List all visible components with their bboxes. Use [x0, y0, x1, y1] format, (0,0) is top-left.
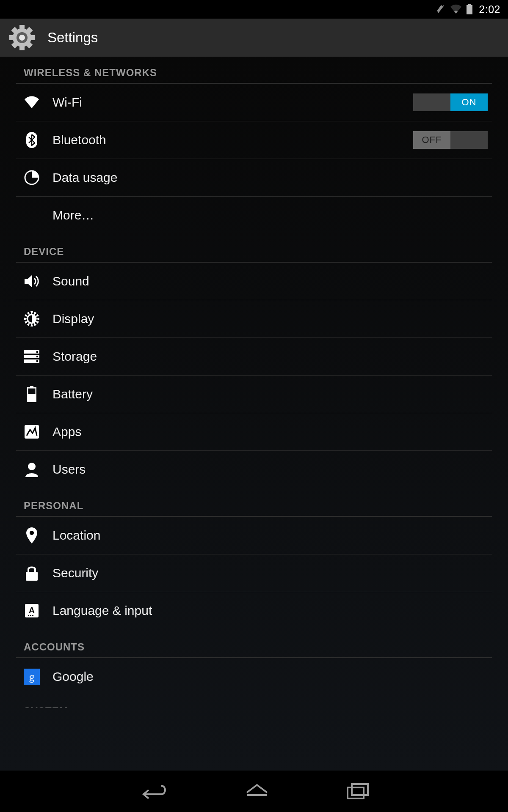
app-title: Settings: [47, 30, 98, 46]
display-row[interactable]: Display: [16, 300, 492, 337]
svg-rect-46: [32, 615, 33, 616]
vibrate-icon: [436, 4, 446, 14]
users-row[interactable]: Users: [16, 451, 492, 488]
users-icon: [23, 461, 41, 478]
apps-row[interactable]: Apps: [16, 413, 492, 450]
svg-rect-51: [352, 784, 368, 795]
svg-rect-1: [468, 4, 471, 5]
action-bar: Settings: [0, 19, 508, 57]
wifi-icon: [23, 93, 41, 111]
svg-rect-2: [467, 5, 472, 14]
bluetooth-toggle-label: OFF: [413, 131, 450, 149]
svg-rect-32: [36, 356, 38, 357]
section-header-personal: PERSONAL: [16, 488, 492, 516]
gear-icon: [8, 23, 36, 52]
bluetooth-icon: [23, 131, 41, 149]
users-label: Users: [52, 462, 492, 477]
battery-label: Battery: [52, 387, 492, 401]
svg-rect-45: [30, 615, 31, 616]
apps-icon: [23, 423, 41, 441]
more-row[interactable]: More…: [16, 197, 492, 234]
wifi-status-icon: [450, 4, 462, 14]
wifi-label: Wi-Fi: [52, 95, 413, 110]
section-header-system: SYSTEM: [16, 695, 492, 708]
wifi-toggle[interactable]: ON: [413, 93, 488, 111]
svg-point-39: [28, 463, 36, 470]
language-icon: A: [23, 602, 41, 620]
bluetooth-row[interactable]: Bluetooth OFF: [16, 121, 492, 159]
language-label: Language & input: [52, 604, 492, 618]
storage-icon: [23, 348, 41, 365]
svg-rect-50: [348, 787, 364, 798]
status-bar: 2:02: [0, 0, 508, 19]
data-usage-icon: [23, 169, 41, 187]
sound-icon: [23, 272, 41, 290]
wifi-row[interactable]: Wi-Fi ON: [16, 84, 492, 121]
battery-status-icon: [466, 4, 473, 15]
back-button[interactable]: [138, 782, 168, 800]
svg-rect-30: [36, 351, 38, 353]
settings-list: WIRELESS & NETWORKS Wi-Fi ON Bluetooth O…: [0, 57, 508, 771]
data-usage-row[interactable]: Data usage: [16, 159, 492, 196]
more-label: More…: [52, 208, 492, 222]
security-label: Security: [52, 566, 492, 580]
google-icon: g: [23, 668, 41, 686]
home-button[interactable]: [244, 782, 270, 800]
section-header-device: DEVICE: [16, 234, 492, 262]
more-blank-icon: [23, 206, 41, 224]
google-row[interactable]: g Google: [16, 658, 492, 695]
storage-row[interactable]: Storage: [16, 338, 492, 375]
svg-text:g: g: [29, 671, 35, 683]
svg-rect-37: [28, 394, 36, 402]
section-header-wireless: WIRELESS & NETWORKS: [16, 57, 492, 83]
svg-rect-44: [28, 615, 29, 616]
lock-icon: [23, 564, 41, 582]
svg-text:A: A: [29, 606, 35, 615]
svg-point-40: [30, 531, 34, 535]
location-row[interactable]: Location: [16, 517, 492, 554]
storage-label: Storage: [52, 349, 492, 364]
svg-rect-34: [36, 360, 38, 362]
svg-rect-41: [26, 572, 38, 581]
section-header-accounts: ACCOUNTS: [16, 629, 492, 657]
bluetooth-label: Bluetooth: [52, 133, 413, 147]
recents-button[interactable]: [346, 782, 370, 800]
wifi-toggle-label: ON: [450, 93, 488, 111]
security-row[interactable]: Security: [16, 554, 492, 592]
battery-row[interactable]: Battery: [16, 376, 492, 413]
language-row[interactable]: A Language & input: [16, 592, 492, 629]
svg-point-13: [19, 35, 25, 41]
location-icon: [23, 527, 41, 544]
battery-icon: [23, 385, 41, 403]
sound-row[interactable]: Sound: [16, 263, 492, 300]
google-label: Google: [52, 669, 492, 684]
display-label: Display: [52, 312, 492, 326]
bluetooth-toggle[interactable]: OFF: [413, 131, 488, 149]
apps-label: Apps: [52, 425, 492, 439]
data-usage-label: Data usage: [52, 170, 492, 185]
location-label: Location: [52, 528, 492, 543]
navigation-bar: [0, 771, 508, 812]
sound-label: Sound: [52, 274, 492, 288]
status-time: 2:02: [479, 3, 500, 16]
display-icon: [23, 310, 41, 328]
